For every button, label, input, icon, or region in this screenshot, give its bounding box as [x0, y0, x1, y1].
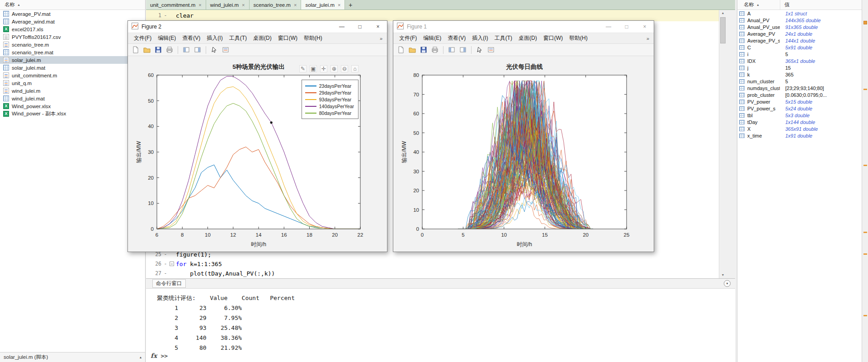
workspace-variable-row[interactable]: C5x91 double: [737, 44, 862, 51]
maximize-button[interactable]: □: [351, 21, 369, 33]
workspace-variable-row[interactable]: tDay1x144 double: [737, 119, 862, 125]
insert-legend-icon[interactable]: [486, 45, 496, 55]
save-icon[interactable]: [153, 45, 163, 55]
dock-left-icon[interactable]: [181, 45, 191, 55]
workspace-variable-row[interactable]: PV_power5x15 double: [737, 98, 862, 105]
save-icon[interactable]: [419, 45, 429, 55]
workspace-variable-row[interactable]: tbl5x3 double: [737, 112, 862, 119]
editor-tab-unit_commitment-m[interactable]: unit_commitment.m×: [146, 0, 206, 10]
close-button[interactable]: ×: [369, 21, 387, 33]
figure-titlebar[interactable]: Figure 1 — □ ×: [393, 21, 654, 33]
menu-item[interactable]: 桌面(D): [250, 33, 275, 43]
file-details-bar[interactable]: solar_julei.m (脚本) ▴: [0, 352, 145, 362]
legend-entry[interactable]: 80daysPerYear: [305, 110, 354, 116]
menu-item[interactable]: 插入(I): [203, 33, 226, 43]
new-doc-icon[interactable]: [396, 45, 406, 55]
menu-item[interactable]: 工具(T): [491, 33, 515, 43]
file-item[interactable]: scenario_tree.m: [0, 41, 145, 48]
file-item[interactable]: unit_commitment.m: [0, 71, 145, 79]
workspace-variable-row[interactable]: IDX365x1 double: [737, 57, 862, 64]
figure-titlebar[interactable]: Figure 2 — □ ×: [128, 21, 387, 33]
menu-item[interactable]: 窗口(W): [275, 33, 301, 43]
editor-tab-scenario_tree-m[interactable]: scenario_tree.m×: [250, 0, 302, 10]
file-item[interactable]: excel2017.xls: [0, 25, 145, 33]
command-prompt[interactable]: fx >>: [146, 352, 168, 359]
file-item[interactable]: PVYToffis201617.csv: [0, 33, 145, 41]
editor-tab-solar_julei-m[interactable]: solar_julei.m×: [301, 0, 345, 10]
open-folder-icon[interactable]: [407, 45, 417, 55]
file-panel-header[interactable]: 名称 ▲: [0, 0, 145, 10]
print-icon[interactable]: [165, 45, 175, 55]
menu-item[interactable]: 帮助(H): [566, 33, 591, 43]
menu-item[interactable]: 查看(V): [444, 33, 469, 43]
file-item[interactable]: wind_julei.m: [0, 87, 145, 95]
workspace-variable-row[interactable]: Average_PV_s144x1 double: [737, 37, 862, 44]
menu-item[interactable]: 查看(V): [179, 33, 203, 43]
warning-marker[interactable]: [863, 232, 867, 233]
menu-overflow-icon[interactable]: »: [380, 36, 384, 41]
workspace-variable-row[interactable]: X365x91 double: [737, 125, 862, 132]
scroll-down-icon[interactable]: ▼: [719, 272, 726, 278]
file-item[interactable]: Average_wind.mat: [0, 18, 145, 25]
analyzer-status-icon[interactable]: [863, 21, 867, 24]
menu-item[interactable]: 工具(T): [226, 33, 250, 43]
workspace-variable-row[interactable]: Anual_PV_useful91x365 double: [737, 24, 862, 30]
legend-entry[interactable]: 93daysPerYear: [305, 96, 354, 103]
tab-close-icon[interactable]: ×: [294, 2, 297, 8]
command-window-header[interactable]: 命令行窗口 ▾: [146, 279, 735, 289]
print-icon[interactable]: [430, 45, 440, 55]
file-item[interactable]: unit_q.m: [0, 79, 145, 87]
file-item[interactable]: wind_julei.mat: [0, 95, 145, 102]
pointer-icon[interactable]: [475, 45, 485, 55]
legend-entry[interactable]: 140daysPerYear: [305, 103, 354, 110]
new-tab-button[interactable]: +: [345, 0, 356, 10]
dock-right-icon[interactable]: [458, 45, 468, 55]
new-doc-icon[interactable]: [131, 45, 141, 55]
close-button[interactable]: ×: [636, 21, 654, 33]
workspace-variable-row[interactable]: j15: [737, 64, 862, 71]
file-item[interactable]: solar_julei.m: [0, 56, 145, 64]
legend-entry[interactable]: 29daysPerYear: [305, 89, 354, 96]
tab-close-icon[interactable]: ×: [338, 2, 340, 8]
expand-details-icon[interactable]: ▴: [140, 355, 142, 359]
zoom-out-icon[interactable]: ⊖: [341, 65, 348, 72]
pointer-icon[interactable]: [209, 45, 219, 55]
menu-item[interactable]: 编辑(E): [155, 33, 179, 43]
menu-item[interactable]: 帮助(H): [301, 33, 326, 43]
file-item[interactable]: Average_PV.mat: [0, 10, 145, 18]
workspace-variable-row[interactable]: prob_cluster[0.0630;0.0795;0...: [737, 91, 862, 98]
file-item[interactable]: Wind_power.xlsx: [0, 102, 145, 110]
scrollbar-thumb[interactable]: [720, 17, 726, 43]
scroll-up-icon[interactable]: ▲: [719, 10, 726, 16]
code-fold-icon[interactable]: −: [170, 262, 174, 266]
datatip-icon[interactable]: ▣: [310, 65, 317, 72]
workspace-variable-row[interactable]: x_time1x91 double: [737, 132, 862, 139]
workspace-variable-row[interactable]: Anual_PV144x365 double: [737, 17, 862, 24]
workspace-variable-row[interactable]: A1x1 struct: [737, 10, 862, 17]
open-folder-icon[interactable]: [142, 45, 152, 55]
plot-legend[interactable]: 23daysPerYear29daysPerYear93daysPerYear1…: [302, 80, 359, 119]
brush-icon[interactable]: ✎: [299, 65, 307, 72]
file-item[interactable]: Wind_power - 副本.xlsx: [0, 110, 145, 118]
minimize-button[interactable]: —: [333, 21, 351, 33]
workspace-variable-row[interactable]: i5: [737, 51, 862, 57]
dock-right-icon[interactable]: [193, 45, 203, 55]
menu-item[interactable]: 桌面(D): [515, 33, 540, 43]
file-item[interactable]: scenario_tree.mat: [0, 48, 145, 56]
tab-close-icon[interactable]: ×: [242, 2, 245, 8]
plot-canvas[interactable]: 681012141618202201020304050605种场景的光伏输出时间…: [128, 56, 387, 252]
minimize-button[interactable]: —: [599, 21, 618, 33]
plot-canvas[interactable]: 051015202501020304050607080光伏每日曲线时间/h输出/…: [393, 56, 654, 252]
workspace-variable-row[interactable]: numdays_clust...[23;29;93;140;80]: [737, 85, 862, 91]
maximize-button[interactable]: □: [618, 21, 636, 33]
editor-message-bar[interactable]: [862, 0, 868, 362]
workspace-variable-row[interactable]: PV_power_s5x24 double: [737, 105, 862, 112]
warning-marker[interactable]: [863, 89, 867, 90]
warning-marker[interactable]: [863, 165, 867, 166]
menu-item[interactable]: 窗口(W): [540, 33, 566, 43]
legend-entry[interactable]: 23daysPerYear: [305, 82, 354, 89]
warning-marker[interactable]: [863, 315, 867, 316]
editor-scrollbar[interactable]: ▲ ▼: [719, 10, 726, 278]
menu-item[interactable]: 编辑(E): [420, 33, 444, 43]
dock-left-icon[interactable]: [447, 45, 457, 55]
